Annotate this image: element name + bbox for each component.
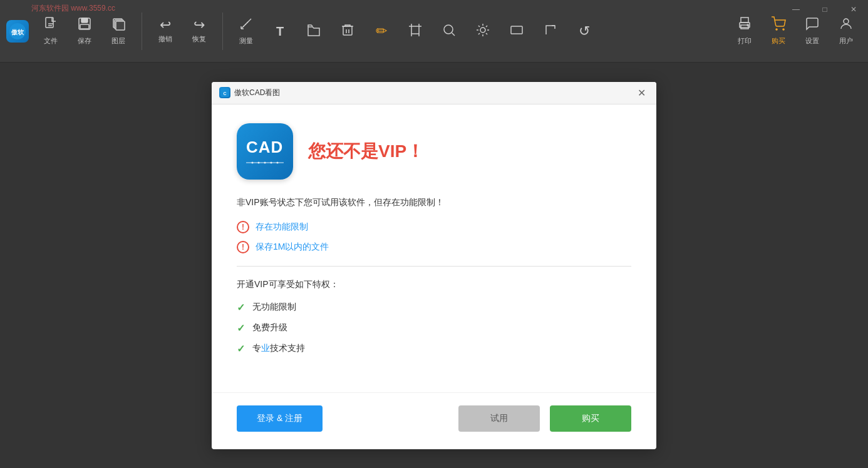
logo-icon: 傲软 bbox=[6, 20, 29, 43]
svg-point-44 bbox=[783, 29, 784, 30]
toolbar-btn-layer[interactable]: 图层 bbox=[103, 11, 134, 51]
buy-icon bbox=[771, 16, 786, 34]
pencil-icon: ✏ bbox=[376, 24, 387, 38]
delete-icon bbox=[340, 23, 355, 40]
svg-line-14 bbox=[243, 26, 244, 27]
benefit-item-1: ✓ 无功能限制 bbox=[237, 302, 631, 313]
toolbar-btn-print[interactable]: 打印 bbox=[729, 11, 760, 51]
toolbar-btn-corner[interactable] bbox=[535, 18, 566, 45]
dialog-titlebar: C 傲软CAD看图 ✕ bbox=[212, 82, 656, 104]
toolbar-btn-rect[interactable] bbox=[501, 18, 532, 45]
minimize-button[interactable]: — bbox=[782, 0, 810, 19]
print-icon bbox=[737, 16, 752, 34]
toolbar-btn-undo[interactable]: ↩ 撤销 bbox=[150, 13, 181, 49]
svg-line-36 bbox=[478, 33, 480, 34]
svg-line-28 bbox=[452, 33, 455, 36]
svg-point-29 bbox=[480, 28, 485, 33]
toolbar-redo-label: 恢复 bbox=[192, 34, 206, 44]
toolbar-btn-measure[interactable]: 测量 bbox=[230, 11, 262, 51]
svg-point-49 bbox=[252, 161, 254, 163]
app-icon-subtitle bbox=[246, 160, 284, 165]
svg-rect-20 bbox=[411, 26, 419, 34]
benefit-text-3: 专业技术支持 bbox=[252, 343, 305, 354]
trial-button[interactable]: 试用 bbox=[458, 405, 540, 432]
toolbar-user-label: 用户 bbox=[839, 36, 853, 46]
svg-point-42 bbox=[747, 24, 748, 26]
toolbar-btn-crop[interactable] bbox=[400, 18, 431, 45]
svg-text:C: C bbox=[223, 91, 226, 96]
buy-button[interactable]: 购买 bbox=[550, 405, 631, 432]
svg-line-15 bbox=[245, 24, 246, 25]
toolbar-measure-label: 测量 bbox=[239, 36, 253, 46]
benefit-item-3: ✓ 专业技术支持 bbox=[237, 343, 631, 355]
app-icon-text: CAD bbox=[246, 138, 284, 157]
svg-point-51 bbox=[264, 161, 266, 163]
toolbar-btn-file[interactable]: 文件 bbox=[35, 11, 66, 51]
check-icon-1: ✓ bbox=[237, 302, 245, 313]
toolbar-btn-save[interactable]: 保存 bbox=[69, 11, 100, 51]
toolbar-btn-text[interactable]: T bbox=[264, 20, 296, 43]
app-icon: CAD bbox=[237, 123, 293, 180]
text-icon: T bbox=[276, 25, 284, 38]
svg-line-37 bbox=[486, 25, 487, 26]
toolbar-save-label: 保存 bbox=[78, 36, 91, 46]
dialog-title-icon: C bbox=[219, 87, 230, 98]
dialog-header: CAD bbox=[237, 123, 631, 180]
svg-rect-7 bbox=[80, 24, 89, 29]
maximize-button[interactable]: □ bbox=[810, 0, 839, 19]
toolbar-btn-redo[interactable]: ↪ 恢复 bbox=[183, 13, 215, 49]
toolbar-btn-delete[interactable] bbox=[332, 18, 363, 45]
vip-headline: 您还不是VIP！ bbox=[308, 140, 424, 163]
app-logo: 傲软 bbox=[6, 20, 29, 43]
file-icon bbox=[43, 16, 58, 34]
limitation-list: ! 存在功能限制 ! 保存1M以内的文件 bbox=[237, 221, 631, 253]
svg-point-53 bbox=[277, 161, 279, 163]
benefit-item-2: ✓ 免费升级 bbox=[237, 322, 631, 334]
section-divider bbox=[237, 266, 631, 267]
toolbar-btn-brightness[interactable] bbox=[467, 18, 499, 45]
limitation-text-2: 保存1M以内的文件 bbox=[256, 242, 329, 253]
toolbar-undo-label: 撤销 bbox=[158, 34, 172, 44]
toolbar-sep-1 bbox=[142, 13, 142, 50]
layer-icon bbox=[111, 16, 126, 34]
vip-benefits-title: 开通VIP可享受如下特权： bbox=[237, 279, 631, 290]
login-button[interactable]: 登录 & 注册 bbox=[237, 405, 323, 432]
toolbar-btn-rotate[interactable]: ↺ bbox=[569, 19, 600, 43]
toolbar: 文件 保存 图层 ↩ bbox=[35, 11, 729, 51]
toolbar-btn-open[interactable] bbox=[298, 18, 329, 45]
window-controls: — □ ✕ bbox=[782, 0, 868, 19]
svg-point-52 bbox=[271, 161, 272, 163]
dialog-footer: 登录 & 注册 试用 购买 bbox=[212, 392, 656, 449]
corner-icon bbox=[543, 23, 558, 40]
svg-rect-6 bbox=[81, 18, 88, 23]
svg-rect-17 bbox=[343, 26, 352, 35]
toolbar-file-label: 文件 bbox=[44, 36, 58, 46]
topbar: 傲软 河东软件园 www.3559.cc 文件 bbox=[0, 0, 868, 63]
svg-point-45 bbox=[844, 19, 849, 24]
limitation-text-1: 存在功能限制 bbox=[256, 221, 308, 233]
open-icon bbox=[306, 23, 321, 40]
toolbar-btn-search[interactable] bbox=[433, 18, 465, 45]
rect-icon bbox=[509, 23, 524, 40]
watermark: 河东软件园 www.3559.cc bbox=[31, 3, 115, 14]
benefit-text-2: 免费升级 bbox=[252, 322, 287, 333]
toolbar-btn-pencil[interactable]: ✏ bbox=[366, 19, 397, 43]
redo-icon: ↪ bbox=[194, 18, 205, 32]
undo-icon: ↩ bbox=[160, 18, 171, 32]
main-area: C 傲软CAD看图 ✕ CAD bbox=[0, 63, 868, 468]
svg-rect-39 bbox=[741, 18, 748, 23]
benefit-text-1: 无功能限制 bbox=[252, 302, 296, 313]
search-icon bbox=[442, 23, 457, 40]
close-button[interactable]: ✕ bbox=[839, 0, 868, 19]
limitation-item-1: ! 存在功能限制 bbox=[237, 221, 631, 233]
warn-icon-2: ! bbox=[237, 241, 249, 253]
settings-icon bbox=[805, 16, 820, 34]
svg-point-50 bbox=[258, 161, 260, 163]
dialog-title: 傲软CAD看图 bbox=[234, 88, 634, 98]
dialog-close-button[interactable]: ✕ bbox=[634, 85, 649, 100]
check-icon-2: ✓ bbox=[237, 322, 245, 334]
svg-rect-10 bbox=[116, 21, 125, 30]
svg-point-43 bbox=[776, 29, 777, 30]
toolbar-buy-label: 购买 bbox=[772, 36, 785, 46]
dialog-body: CAD bbox=[212, 104, 656, 392]
